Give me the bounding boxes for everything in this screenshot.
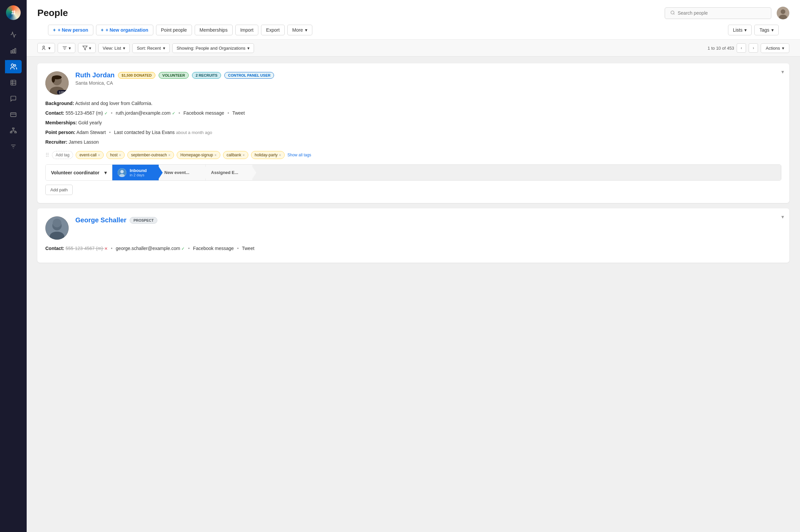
- page-info: 1 to 10 of 453: [708, 46, 734, 51]
- svg-point-3: [11, 64, 14, 66]
- person-name-row: George Schaller PROSPECT: [75, 216, 781, 224]
- contact-row: Contact: 555-123-4567 (m) ✓ • ruth.jorda…: [45, 110, 781, 117]
- sidebar-item-wallet[interactable]: [5, 108, 22, 121]
- actions-dropdown[interactable]: Actions ▾: [761, 43, 789, 53]
- more-button[interactable]: More ▾: [287, 25, 312, 35]
- collapse-button[interactable]: ▾: [781, 69, 784, 75]
- sidebar-item-table[interactable]: [5, 76, 22, 89]
- sidebar-item-analytics[interactable]: [5, 28, 22, 41]
- stage-name: Inbound: [130, 168, 147, 173]
- avatar-badge: 128pc: [57, 90, 69, 95]
- person-details: Background: Activist and dog lover from …: [45, 100, 781, 146]
- tags-button[interactable]: Tags ▾: [754, 25, 779, 35]
- sidebar-item-charts[interactable]: [5, 44, 22, 57]
- content-area: ▾ 128pc: [27, 57, 800, 532]
- collapse-button[interactable]: ▾: [781, 214, 784, 220]
- svg-marker-30: [83, 46, 87, 50]
- add-path-button[interactable]: Add path: [45, 185, 73, 195]
- sort-filter-btn[interactable]: ▾: [58, 43, 75, 53]
- page-title: People: [37, 8, 68, 18]
- header-right: [665, 7, 789, 19]
- point-person-row: Point person: Adam Stewart • Last contac…: [45, 129, 781, 136]
- pipeline-label[interactable]: Volunteer coordinator ▾: [46, 165, 112, 180]
- memberships-button[interactable]: Memberships: [195, 25, 233, 35]
- drag-handle[interactable]: ⠿: [45, 152, 49, 158]
- person-card: ▾ 128pc: [37, 63, 789, 203]
- show-all-tags-link[interactable]: Show all tags: [287, 153, 311, 157]
- new-organization-button[interactable]: + + New organization: [96, 25, 153, 35]
- svg-rect-9: [11, 113, 16, 117]
- sort-select[interactable]: Sort: Recent ▾: [132, 43, 169, 53]
- person-name[interactable]: George Schaller: [75, 216, 126, 224]
- svg-point-26: [43, 46, 44, 48]
- tags-row: ⠿ Add tag event-call × host × september-…: [45, 151, 781, 159]
- tag-september-outreach[interactable]: september-outreach ×: [127, 151, 174, 159]
- svg-rect-12: [10, 132, 12, 133]
- remove-tag-icon[interactable]: ×: [279, 153, 281, 157]
- people-filter-btn[interactable]: ▾: [37, 43, 55, 53]
- stage-sub: in 2 days: [130, 173, 147, 177]
- email-verified-icon: ✓: [181, 246, 185, 251]
- user-avatar[interactable]: [777, 7, 789, 19]
- tag-host[interactable]: host ×: [106, 151, 125, 159]
- header-toolbar: + + New person + + New organization Poin…: [37, 25, 789, 39]
- phone-verified-icon: ✓: [104, 111, 108, 116]
- volunteer-badge: VOLUNTEER: [159, 72, 189, 79]
- export-button[interactable]: Export: [261, 25, 284, 35]
- remove-tag-icon[interactable]: ×: [214, 153, 216, 157]
- point-people-button[interactable]: Point people: [156, 25, 192, 35]
- showing-select[interactable]: Showing: People and Organizations ▾: [172, 43, 254, 53]
- sidebar-item-messages[interactable]: [5, 92, 22, 105]
- import-button[interactable]: Import: [235, 25, 259, 35]
- search-input[interactable]: [678, 10, 766, 16]
- app-logo[interactable]: #: [6, 5, 21, 20]
- tag-homepage-signup[interactable]: Homepage-signup ×: [177, 151, 220, 159]
- tag-holiday-party[interactable]: holiday-party ×: [251, 151, 285, 159]
- svg-rect-11: [13, 128, 14, 129]
- remove-tag-icon[interactable]: ×: [243, 153, 245, 157]
- svg-point-37: [120, 170, 124, 173]
- phone-invalid-icon: ✕: [104, 246, 108, 251]
- stage-name: New event...: [164, 170, 189, 175]
- sidebar-item-org[interactable]: [5, 124, 22, 137]
- prospect-badge: PROSPECT: [130, 217, 157, 224]
- svg-point-4: [14, 65, 16, 66]
- pipeline-stage-assigned[interactable]: Assigned E...: [206, 165, 252, 180]
- next-page-button[interactable]: ›: [749, 43, 758, 53]
- stage-name: Assigned E...: [211, 170, 238, 175]
- svg-rect-0: [11, 51, 12, 53]
- sidebar-item-filters[interactable]: [5, 140, 22, 153]
- pipeline-stage-new-event[interactable]: New event...: [159, 165, 206, 180]
- lists-button[interactable]: Lists ▾: [728, 25, 752, 35]
- add-tag-button[interactable]: Add tag: [52, 151, 73, 159]
- remove-tag-icon[interactable]: ×: [98, 153, 100, 157]
- pipeline-stages: Inbound in 2 days New event... Assigned: [112, 165, 781, 180]
- control-panel-badge: CONTROL PANEL USER: [224, 72, 274, 79]
- tag-callbank[interactable]: callbank ×: [223, 151, 248, 159]
- person-header: George Schaller PROSPECT: [45, 216, 781, 240]
- svg-point-21: [671, 11, 674, 14]
- new-person-button[interactable]: + + New person: [48, 25, 93, 35]
- column-filter-btn[interactable]: ▾: [78, 43, 96, 53]
- sidebar-item-people[interactable]: [5, 60, 22, 73]
- remove-tag-icon[interactable]: ×: [168, 153, 170, 157]
- recruiter-row: Recruiter: James Lasson: [45, 139, 781, 146]
- svg-rect-5: [11, 80, 16, 86]
- header-top: People: [37, 7, 789, 19]
- search-bar[interactable]: [665, 7, 772, 19]
- pipeline-stage-inbound[interactable]: Inbound in 2 days: [112, 165, 159, 180]
- svg-point-35: [52, 76, 55, 83]
- tag-event-call[interactable]: event-call ×: [76, 151, 104, 159]
- view-select[interactable]: View: List ▾: [98, 43, 130, 53]
- person-location: Santa Monica, CA: [75, 80, 781, 86]
- prev-page-button[interactable]: ‹: [737, 43, 746, 53]
- pipeline-chevron-icon: ▾: [104, 170, 107, 175]
- header: People: [27, 0, 800, 40]
- person-details: Contact: 555-123-4567 (m) ✕ • george.sch…: [45, 245, 781, 252]
- remove-tag-icon[interactable]: ×: [119, 153, 121, 157]
- svg-rect-1: [13, 50, 14, 53]
- person-name[interactable]: Ruth Jordan: [75, 71, 115, 79]
- memberships-row: Memberships: Gold yearly: [45, 119, 781, 126]
- main-area: People: [27, 0, 800, 532]
- svg-rect-2: [15, 48, 16, 53]
